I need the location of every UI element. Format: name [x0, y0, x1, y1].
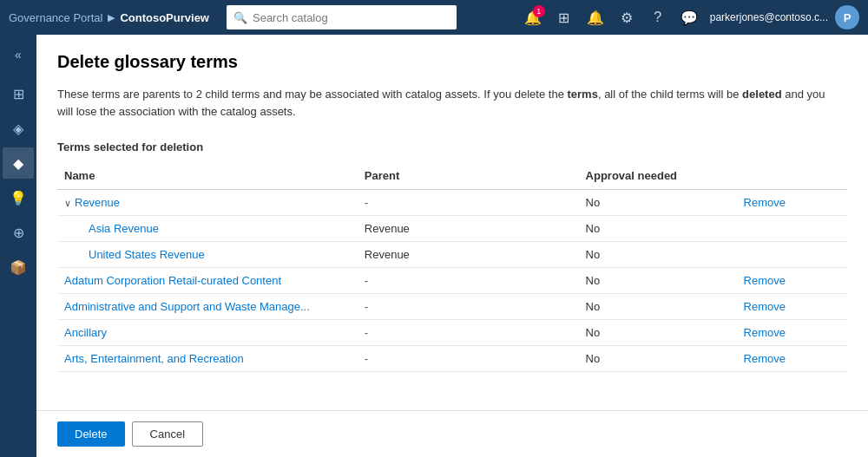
term-parent: Revenue [358, 216, 579, 242]
term-approval: No [579, 320, 737, 346]
terms-table: Name Parent Approval needed ∨ Revenue-No… [57, 164, 847, 372]
table-row: Arts, Entertainment, and Recreation-NoRe… [57, 346, 847, 372]
term-parent: - [358, 320, 579, 346]
term-action-cell [737, 242, 847, 268]
sidebar-item-glossary[interactable]: ◆ [3, 147, 34, 179]
table-row: Adatum Corporation Retail-curated Conten… [57, 268, 847, 294]
sidebar-item-manage[interactable]: ⊕ [3, 217, 34, 248]
term-parent: - [358, 190, 579, 216]
page-title: Delete glossary terms [57, 52, 847, 72]
term-name-link[interactable]: Revenue [75, 196, 120, 209]
settings-button[interactable]: ⚙ [613, 3, 641, 31]
term-name-link[interactable]: Arts, Entertainment, and Recreation [64, 352, 244, 365]
expand-icon[interactable]: ∨ [64, 198, 71, 209]
brand-area: Governance Portal ▶ ContosoPurview [9, 11, 209, 24]
notification-badge: 1 [533, 5, 545, 17]
term-action-cell: Remove [737, 346, 847, 372]
topnav-icons: 🔔 1 ⊞ 🔔 ⚙ ? 💬 parkerjones@contoso.c... P [519, 3, 859, 31]
term-approval: No [579, 216, 737, 242]
term-action-cell: Remove [737, 294, 847, 320]
sidebar-toggle-button[interactable]: « [3, 42, 34, 68]
term-name-link[interactable]: Adatum Corporation Retail-curated Conten… [64, 274, 281, 287]
sidebar: « ⊞ ◈ ◆ 💡 ⊕ 📦 [0, 35, 36, 457]
term-name-link[interactable]: Administrative and Support and Waste Man… [64, 300, 310, 313]
dash-icon: - [365, 326, 368, 339]
dash-icon: - [365, 352, 368, 365]
term-action-cell [737, 216, 847, 242]
dash-icon: - [365, 274, 368, 287]
section-label: Terms selected for deletion [57, 140, 847, 153]
term-approval: No [579, 268, 737, 294]
user-section[interactable]: parkerjones@contoso.c... P [710, 5, 859, 29]
term-approval: No [579, 242, 737, 268]
dash-icon: - [365, 196, 368, 209]
sidebar-item-sources[interactable]: 📦 [3, 251, 34, 283]
user-avatar: P [835, 5, 859, 29]
col-header-action [737, 164, 847, 190]
feedback-button[interactable]: 💬 [675, 3, 703, 31]
top-navigation: Governance Portal ▶ ContosoPurview 🔍 🔔 1… [0, 0, 868, 35]
cancel-button[interactable]: Cancel [132, 421, 203, 447]
term-parent: - [358, 346, 579, 372]
dash-icon: - [365, 300, 368, 313]
footer: Delete Cancel [36, 410, 868, 457]
remove-link[interactable]: Remove [744, 300, 786, 313]
term-name-link[interactable]: Ancillary [64, 326, 107, 339]
main-layout: « ⊞ ◈ ◆ 💡 ⊕ 📦 Delete glossary terms Thes… [0, 35, 868, 457]
table-row: United States RevenueRevenueNo [57, 242, 847, 268]
term-approval: No [579, 346, 737, 372]
search-input[interactable] [253, 11, 450, 24]
term-parent: - [358, 294, 579, 320]
term-parent: - [358, 268, 579, 294]
remove-link[interactable]: Remove [744, 326, 786, 339]
table-row: ∨ Revenue-NoRemove [57, 190, 847, 216]
remove-link[interactable]: Remove [744, 274, 786, 287]
term-action-cell: Remove [737, 190, 847, 216]
col-header-approval: Approval needed [579, 164, 737, 190]
term-action-cell: Remove [737, 268, 847, 294]
notification-button[interactable]: 🔔 1 [519, 3, 547, 31]
col-header-name: Name [57, 164, 358, 190]
sidebar-item-home[interactable]: ⊞ [3, 78, 34, 109]
nav-chevron-icon: ▶ [108, 12, 115, 23]
content-area: Delete glossary terms These terms are pa… [36, 35, 868, 457]
col-header-parent: Parent [358, 164, 579, 190]
term-approval: No [579, 294, 737, 320]
table-row: Administrative and Support and Waste Man… [57, 294, 847, 320]
portal-label: Governance Portal [9, 11, 102, 24]
remove-link[interactable]: Remove [744, 352, 786, 365]
search-icon: 🔍 [233, 11, 247, 24]
user-email: parkerjones@contoso.c... [710, 11, 828, 23]
page-body: Delete glossary terms These terms are pa… [36, 35, 868, 410]
purview-label: ContosoPurview [120, 11, 209, 24]
help-button[interactable]: ? [644, 3, 672, 31]
table-row: Asia RevenueRevenueNo [57, 216, 847, 242]
alerts-button[interactable]: 🔔 [582, 3, 609, 31]
term-parent: Revenue [358, 242, 579, 268]
remove-link[interactable]: Remove [744, 196, 786, 209]
term-name-link[interactable]: United States Revenue [89, 248, 205, 261]
sidebar-item-insights[interactable]: 💡 [3, 182, 34, 213]
sidebar-item-data[interactable]: ◈ [3, 113, 34, 144]
search-bar[interactable]: 🔍 [227, 5, 457, 29]
term-name-link[interactable]: Asia Revenue [89, 222, 159, 235]
term-approval: No [579, 190, 737, 216]
term-action-cell: Remove [737, 320, 847, 346]
apps-button[interactable]: ⊞ [550, 3, 578, 31]
warning-text: These terms are parents to 2 child terms… [57, 86, 838, 120]
table-row: Ancillary-NoRemove [57, 320, 847, 346]
delete-button[interactable]: Delete [57, 421, 125, 447]
